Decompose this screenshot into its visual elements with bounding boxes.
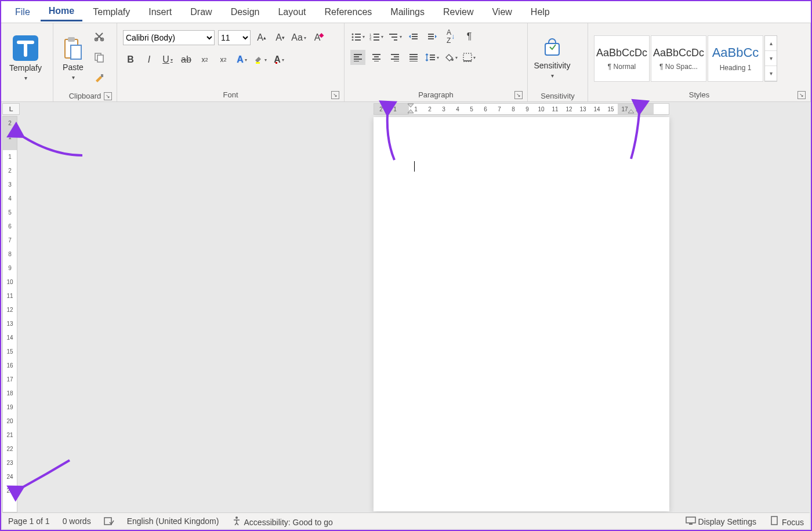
tab-strip: File Home Templafy Insert Draw Design La…	[1, 1, 811, 23]
status-words[interactable]: 0 words	[63, 517, 91, 526]
tab-insert[interactable]: Insert	[140, 3, 180, 21]
tab-references[interactable]: References	[316, 3, 380, 21]
svg-rect-39	[394, 56, 399, 57]
shading-button[interactable]: ▾	[443, 50, 458, 65]
style-normal[interactable]: AaBbCcDc ¶ Normal	[594, 35, 650, 82]
svg-rect-14	[355, 39, 361, 41]
svg-rect-45	[409, 61, 418, 61]
tab-layout[interactable]: Layout	[270, 3, 314, 21]
tab-home[interactable]: Home	[41, 2, 82, 21]
shrink-font-button[interactable]: A▾	[273, 30, 288, 45]
hruler-left-margin[interactable]: 21	[374, 104, 409, 114]
svg-point-9	[352, 34, 354, 35]
hruler-right-margin[interactable]: 1718	[618, 104, 654, 114]
copy-icon	[94, 52, 104, 63]
format-painter-button[interactable]	[93, 71, 106, 86]
bold-button[interactable]: B	[123, 52, 138, 67]
annotation-arrow	[19, 132, 88, 163]
status-display-settings[interactable]: Display Settings	[686, 515, 756, 526]
svg-rect-31	[354, 56, 359, 57]
vertical-ruler[interactable]: 21 1234567891011121314151617181920212223…	[2, 116, 17, 512]
tab-selector[interactable]: L	[2, 103, 20, 115]
strike-button[interactable]: ab	[179, 52, 194, 67]
clear-format-button[interactable]: A◆	[310, 30, 325, 45]
status-accessibility[interactable]: Accessibility: Good to go	[231, 515, 332, 527]
style-preview: AaBbCc	[712, 45, 759, 60]
status-focus[interactable]: Focus	[769, 515, 804, 527]
font-name-select[interactable]: Calibri (Body)	[123, 30, 215, 45]
align-left-button[interactable]	[350, 50, 365, 65]
text-effects-button[interactable]: A▾	[234, 52, 249, 67]
dialog-launcher[interactable]: ↘	[331, 91, 339, 99]
annotation-arrow	[17, 457, 75, 494]
borders-button[interactable]: ▾	[462, 50, 477, 65]
group-label: Paragraph↘	[348, 89, 524, 100]
document-area: L 21 123456789101112131415 1718 21 12345…	[2, 103, 810, 512]
style-nospacing[interactable]: AaBbCcDc ¶ No Spac...	[651, 35, 706, 82]
templafy-button[interactable]: Templafy ▾	[5, 26, 46, 90]
tab-draw[interactable]: Draw	[182, 3, 220, 21]
dialog-launcher[interactable]: ↘	[798, 91, 806, 99]
superscript-button[interactable]: x2	[216, 52, 231, 67]
line-spacing-button[interactable]: ▾	[425, 50, 440, 65]
more-icon[interactable]: ▾	[765, 66, 777, 81]
sort-button[interactable]: AZ↓	[443, 29, 458, 44]
dialog-launcher[interactable]: ↘	[514, 91, 523, 99]
multilevel-button[interactable]: ▾	[387, 29, 403, 44]
tab-design[interactable]: Design	[223, 3, 268, 21]
underline-button[interactable]: U▾	[160, 52, 175, 67]
svg-rect-40	[391, 59, 399, 60]
svg-text:3: 3	[369, 39, 372, 41]
styles-scroll[interactable]: ▴ ▾ ▾	[764, 35, 777, 82]
dialog-launcher[interactable]: ↘	[104, 92, 112, 100]
font-size-select[interactable]: 11	[218, 30, 251, 45]
group-templafy: Templafy ▾	[1, 23, 53, 101]
font-color-button[interactable]: A▾	[271, 52, 287, 67]
up-icon[interactable]: ▴	[765, 36, 777, 51]
tab-review[interactable]: Review	[435, 3, 481, 21]
style-heading1[interactable]: AaBbCc Heading 1	[708, 35, 763, 82]
vruler-top-margin[interactable]: 21	[3, 117, 17, 150]
down-icon[interactable]: ▾	[765, 51, 777, 66]
indent-marker-right[interactable]	[628, 103, 635, 114]
increase-indent-button[interactable]	[425, 29, 440, 44]
horizontal-ruler[interactable]: 21 123456789101112131415 1718	[374, 103, 669, 115]
svg-rect-34	[372, 54, 380, 55]
style-label: ¶ Normal	[608, 63, 636, 71]
align-right-button[interactable]	[387, 50, 403, 65]
spellcheck-icon[interactable]	[104, 516, 114, 526]
status-page[interactable]: Page 1 of 1	[8, 517, 50, 526]
numbering-button[interactable]: 123▾	[369, 29, 384, 44]
svg-rect-27	[428, 34, 434, 35]
document-page[interactable]	[374, 117, 669, 511]
focus-icon	[769, 515, 780, 526]
bullets-button[interactable]: ▾	[350, 29, 365, 44]
sensitivity-button[interactable]: Sensitivity ▾	[531, 26, 573, 90]
highlight-button[interactable]: ▾	[253, 52, 268, 67]
indent-marker-left[interactable]	[407, 103, 414, 114]
decrease-indent-button[interactable]	[406, 29, 421, 44]
tab-view[interactable]: View	[484, 3, 520, 21]
tab-file[interactable]: File	[7, 3, 38, 21]
svg-rect-18	[374, 37, 379, 38]
change-case-button[interactable]: Aa▾	[291, 30, 306, 45]
svg-rect-46	[430, 54, 435, 56]
svg-rect-25	[412, 36, 418, 37]
copy-button[interactable]	[93, 50, 106, 65]
group-label: Styles↘	[592, 89, 807, 100]
cut-button[interactable]	[93, 29, 106, 44]
show-marks-button[interactable]: ¶	[462, 29, 477, 44]
italic-button[interactable]: I	[142, 52, 157, 67]
sensitivity-label: Sensitivity	[534, 61, 570, 70]
ribbon: Templafy ▾ Paste ▾ Clipboard↘ Calibri (B…	[1, 23, 811, 102]
subscript-button[interactable]: x2	[197, 52, 212, 67]
tab-mailings[interactable]: Mailings	[382, 3, 433, 21]
status-language[interactable]: English (United Kingdom)	[127, 517, 219, 526]
tab-help[interactable]: Help	[523, 3, 558, 21]
paste-button[interactable]: Paste ▾	[57, 26, 89, 90]
justify-button[interactable]	[406, 50, 421, 65]
tab-templafy[interactable]: Templafy	[85, 3, 138, 21]
grow-font-button[interactable]: A▴	[254, 30, 269, 45]
align-center-button[interactable]	[369, 50, 384, 65]
svg-rect-8	[101, 74, 103, 77]
